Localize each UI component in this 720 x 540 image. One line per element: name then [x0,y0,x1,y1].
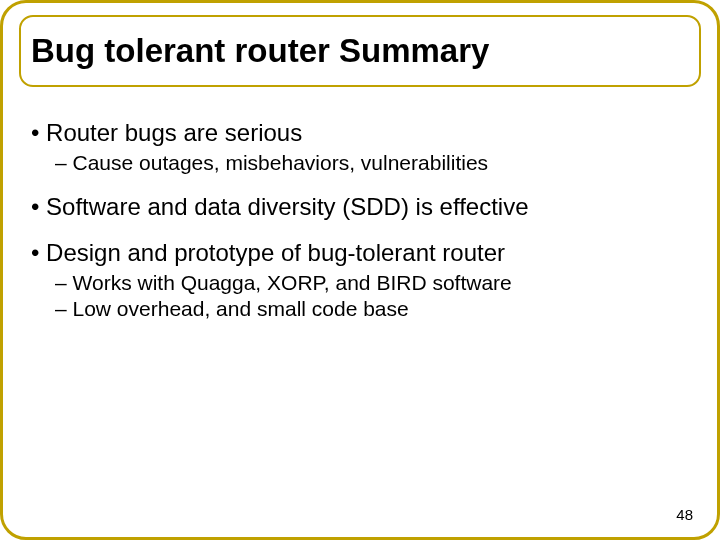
bullet-level1: • Software and data diversity (SDD) is e… [31,193,689,221]
bullet-level1: • Router bugs are serious [31,119,689,147]
bullet-level2: – Low overhead, and small code base [55,297,689,321]
bullet-level2: – Works with Quagga, XORP, and BIRD soft… [55,271,689,295]
bullet-level1: • Design and prototype of bug-tolerant r… [31,239,689,267]
slide-frame: Bug tolerant router Summary • Router bug… [0,0,720,540]
slide-body: • Router bugs are serious – Cause outage… [31,111,689,323]
slide-title: Bug tolerant router Summary [31,32,489,70]
page-number: 48 [676,506,693,523]
bullet-level2: – Cause outages, misbehaviors, vulnerabi… [55,151,689,175]
title-container: Bug tolerant router Summary [19,15,701,87]
